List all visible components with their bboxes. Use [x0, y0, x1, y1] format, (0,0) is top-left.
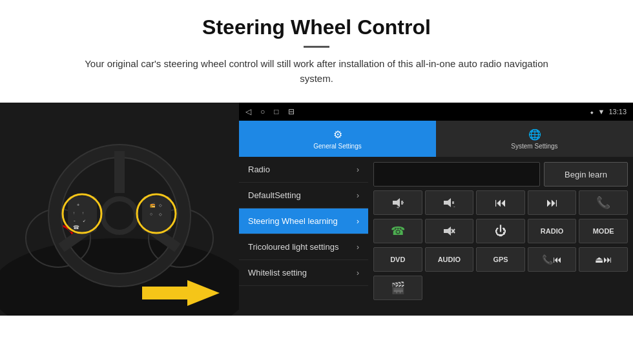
time-display: 13:13: [608, 108, 627, 116]
car-image: + ↑ ↑ - ↙ ☎ 📻 ◇ ○ ◇: [0, 103, 239, 316]
mute-btn[interactable]: [425, 219, 474, 243]
dvd-label: DVD: [390, 256, 405, 263]
tab-general-label: General Settings: [313, 143, 362, 150]
vol-up-btn[interactable]: +: [373, 190, 422, 215]
svg-rect-26: [142, 287, 189, 299]
svg-text:-: -: [453, 203, 455, 209]
svg-text:📻: 📻: [150, 202, 156, 208]
gps-btn[interactable]: GPS: [476, 247, 525, 272]
menu-item-tricoloured[interactable]: Tricoloured light settings ›: [239, 234, 368, 260]
svg-text:◇: ◇: [159, 203, 162, 207]
begin-learn-button[interactable]: Begin learn: [544, 162, 628, 187]
menu-item-default-setting[interactable]: DefaultSetting ›: [239, 183, 368, 208]
chevron-right-icon-2: ›: [357, 191, 359, 200]
svg-text:+: +: [77, 203, 79, 207]
phone-prev-btn[interactable]: 📞⏮: [528, 247, 577, 272]
power-btn[interactable]: ⏻: [476, 219, 525, 243]
system-icon: 🌐: [528, 128, 541, 141]
radio-btn[interactable]: RADIO: [528, 219, 577, 243]
android-topbar: ◁ ○ □ ⊟ ⬥ ▼ 13:13: [239, 103, 633, 121]
dvd-btn[interactable]: DVD: [373, 247, 422, 272]
recents-icon[interactable]: □: [274, 107, 278, 116]
gps-label: GPS: [493, 256, 508, 263]
mute-icon: [442, 225, 455, 238]
chevron-right-icon-3: ›: [357, 217, 359, 226]
mode-label: MODE: [593, 227, 614, 235]
power-icon: ⏻: [495, 225, 506, 238]
control-row-3: DVD AUDIO GPS 📞⏮ ⏏⏭: [373, 247, 628, 272]
svg-text:◇: ◇: [159, 212, 162, 216]
tab-bar: ⚙ General Settings 🌐 System Settings: [239, 121, 633, 157]
next-track-btn[interactable]: ⏭: [528, 190, 577, 215]
content-area: + ↑ ↑ - ↙ ☎ 📻 ◇ ○ ◇: [0, 103, 633, 316]
radio-input-box: [373, 162, 540, 187]
settings-gear-icon: ⚙: [333, 128, 342, 141]
menu-list: Radio › DefaultSetting › Steering Wheel …: [239, 157, 368, 316]
android-nav-icons: ◁ ○ □ ⊟: [245, 107, 295, 116]
svg-marker-32: [444, 198, 451, 207]
menu-default-label: DefaultSetting: [248, 190, 357, 200]
answer-btn[interactable]: ☎: [373, 219, 422, 243]
chevron-right-icon-4: ›: [357, 243, 359, 252]
svg-point-10: [105, 201, 134, 230]
android-status: ⬥ ▼ 13:13: [590, 108, 627, 116]
eject-next-btn[interactable]: ⏏⏭: [579, 247, 628, 272]
menu-steering-label: Steering Wheel learning: [248, 216, 357, 226]
menu-item-whitelist[interactable]: Whitelist setting ›: [239, 260, 368, 286]
home-icon[interactable]: ○: [260, 107, 265, 116]
location-icon: ⬥: [590, 108, 594, 116]
signal-icon: ▼: [598, 108, 605, 116]
title-divider: [304, 46, 329, 48]
tab-system-label: System Settings: [511, 143, 557, 150]
mode-btn[interactable]: MODE: [579, 219, 628, 243]
control-row-4: 🎬: [373, 276, 628, 300]
vol-up-icon: +: [391, 196, 404, 209]
control-row-1: + - ⏮: [373, 190, 628, 215]
phone-prev-icon: 📞⏮: [542, 254, 562, 265]
radio-row: Begin learn: [373, 162, 628, 187]
menu-item-steering-wheel[interactable]: Steering Wheel learning ›: [239, 208, 368, 234]
page-title: Steering Wheel Control: [26, 15, 607, 39]
prev-track-icon: ⏮: [495, 196, 506, 210]
svg-text:-: -: [74, 217, 76, 223]
svg-rect-18: [142, 196, 171, 232]
back-icon[interactable]: ◁: [245, 107, 251, 116]
menu-whitelist-label: Whitelist setting: [248, 268, 357, 278]
menu-icon[interactable]: ⊟: [288, 107, 295, 116]
phone-icon: 📞: [596, 196, 610, 210]
vol-down-icon: -: [442, 196, 455, 209]
menu-item-radio[interactable]: Radio ›: [239, 157, 368, 183]
tab-system-settings[interactable]: 🌐 System Settings: [436, 121, 633, 157]
audio-label: AUDIO: [438, 256, 461, 263]
chevron-right-icon-5: ›: [357, 268, 359, 278]
media-btn[interactable]: 🎬: [373, 276, 422, 300]
vol-down-btn[interactable]: -: [425, 190, 474, 215]
answer-icon: ☎: [391, 224, 405, 238]
media-icon: 🎬: [391, 281, 405, 295]
svg-text:↙: ↙: [83, 219, 86, 223]
menu-controls-area: Radio › DefaultSetting › Steering Wheel …: [239, 157, 633, 316]
svg-text:+: +: [396, 205, 399, 209]
phone-btn[interactable]: 📞: [579, 190, 628, 215]
svg-text:↑: ↑: [73, 211, 75, 215]
page-subtitle: Your original car's steering wheel contr…: [71, 57, 562, 86]
menu-tricoloured-label: Tricoloured light settings: [248, 242, 357, 252]
radio-label: RADIO: [541, 227, 563, 235]
control-row-2: ☎ ⏻ RADIO: [373, 219, 628, 243]
tab-general-settings[interactable]: ⚙ General Settings: [239, 121, 436, 157]
audio-btn[interactable]: AUDIO: [425, 247, 474, 272]
svg-marker-36: [444, 227, 451, 236]
page-header: Steering Wheel Control Your original car…: [0, 0, 633, 94]
menu-radio-label: Radio: [248, 165, 357, 174]
chevron-right-icon: ›: [357, 165, 359, 174]
svg-text:○: ○: [150, 212, 152, 216]
next-track-icon: ⏭: [546, 196, 558, 210]
svg-text:↑: ↑: [82, 211, 84, 215]
prev-track-btn[interactable]: ⏮: [476, 190, 525, 215]
page-wrapper: Steering Wheel Control Your original car…: [0, 0, 633, 316]
android-ui: ◁ ○ □ ⊟ ⬥ ▼ 13:13 ⚙ General Settings: [239, 103, 633, 316]
eject-next-icon: ⏏⏭: [595, 254, 612, 265]
steering-wheel-svg: + ↑ ↑ - ↙ ☎ 📻 ◇ ○ ◇: [0, 103, 239, 316]
svg-text:☎: ☎: [73, 225, 79, 230]
controls-panel: Begin learn +: [368, 157, 633, 316]
